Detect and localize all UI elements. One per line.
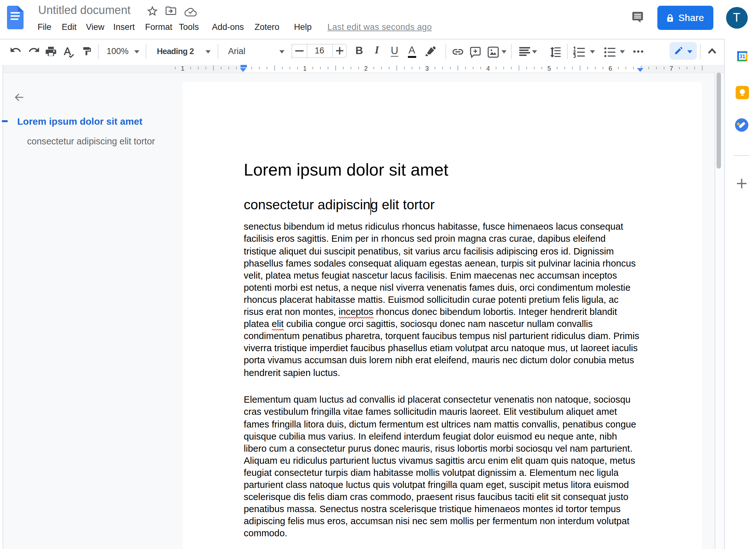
svg-text:31: 31: [739, 53, 745, 60]
